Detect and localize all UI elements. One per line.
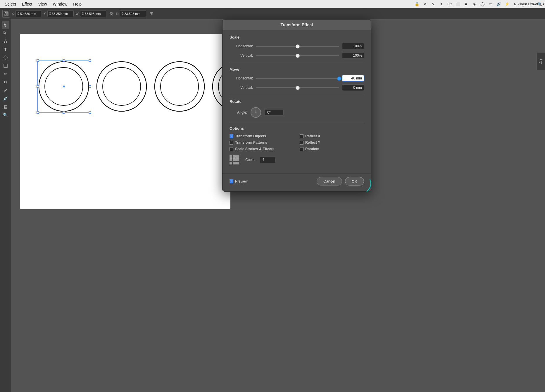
move-vertical-slider[interactable] bbox=[256, 87, 339, 88]
move-horizontal-value[interactable] bbox=[342, 75, 364, 81]
y-input-wrap bbox=[47, 11, 74, 17]
scale-tool[interactable]: ⤢ bbox=[2, 86, 9, 94]
link-dimensions-icon[interactable]: ⛓ bbox=[108, 11, 114, 17]
checkbox-random[interactable] bbox=[300, 147, 303, 151]
menu-item-help[interactable]: Help bbox=[71, 1, 84, 7]
grid-cell-5 bbox=[233, 158, 235, 161]
h-input[interactable] bbox=[124, 12, 145, 15]
copies-value[interactable] bbox=[260, 157, 276, 163]
menu-item-view[interactable]: View bbox=[36, 1, 49, 7]
angle-value[interactable] bbox=[265, 109, 284, 116]
transform-constrain-icon[interactable]: ⊞ bbox=[148, 11, 154, 17]
w-spinner[interactable] bbox=[82, 12, 84, 15]
checkbox-transform-patterns[interactable] bbox=[230, 141, 233, 145]
checkbox-reflect-x[interactable] bbox=[300, 134, 303, 138]
volume-icon: 🔊 bbox=[496, 1, 502, 7]
menu-item-select[interactable]: Select bbox=[2, 1, 18, 7]
gradient-tool[interactable]: ▦ bbox=[2, 103, 9, 110]
circle-group-3[interactable] bbox=[153, 60, 206, 113]
selection-tool-icon[interactable] bbox=[2, 10, 10, 18]
copies-label: Copies bbox=[245, 158, 256, 162]
y-input[interactable] bbox=[52, 12, 72, 15]
menu-item-effect[interactable]: Effect bbox=[20, 1, 35, 7]
move-horizontal-label: Horizontal: bbox=[230, 76, 253, 80]
rotate-row: Angle: bbox=[230, 107, 364, 118]
w-label: W: bbox=[75, 12, 79, 15]
layers-panel-tab[interactable]: Lay bbox=[537, 53, 545, 70]
options-section-title: Options bbox=[230, 126, 364, 131]
bluetooth-icon: ⚡ bbox=[504, 1, 510, 7]
option-reflect-x: Reflect X bbox=[300, 134, 364, 138]
y-down-arrow[interactable] bbox=[49, 14, 51, 15]
select-tool[interactable] bbox=[2, 21, 9, 29]
options-grid: Transform Objects Reflect X Transform Pa… bbox=[230, 134, 364, 151]
cancel-button[interactable]: Cancel bbox=[317, 177, 342, 185]
move-vertical-thumb[interactable] bbox=[296, 86, 300, 90]
menu-item-window[interactable]: Window bbox=[51, 1, 70, 7]
screen-icon: ⬜ bbox=[455, 1, 461, 7]
copies-grid-icon[interactable] bbox=[230, 155, 239, 164]
x-up-arrow[interactable] bbox=[17, 12, 19, 13]
w-input[interactable] bbox=[84, 12, 105, 15]
h-spinner[interactable] bbox=[121, 12, 124, 15]
spotlight-icon[interactable]: 🔍 bbox=[537, 1, 543, 7]
move-horizontal-thumb[interactable] bbox=[337, 77, 341, 81]
scale-divider bbox=[230, 63, 364, 63]
rotate-dial[interactable] bbox=[251, 107, 261, 118]
scale-section-title: Scale bbox=[230, 35, 364, 39]
rectangle-tool[interactable] bbox=[2, 62, 9, 70]
direct-select-tool[interactable] bbox=[2, 29, 9, 37]
scale-horizontal-thumb[interactable] bbox=[296, 44, 300, 48]
w-up-arrow[interactable] bbox=[82, 12, 84, 13]
dialog-body: Scale Horizontal: Vertical: Move Horizon… bbox=[223, 30, 371, 169]
checkbox-reflect-y[interactable] bbox=[300, 141, 303, 145]
h-input-wrap bbox=[120, 11, 146, 17]
type-tool[interactable]: T bbox=[2, 46, 9, 53]
scale-horizontal-slider[interactable] bbox=[256, 46, 339, 47]
svg-point-11 bbox=[155, 62, 204, 111]
h-up-arrow[interactable] bbox=[121, 12, 124, 13]
eyedropper-tool[interactable]: 💉 bbox=[2, 95, 9, 102]
ok-button[interactable]: OK bbox=[345, 177, 364, 185]
w-input-wrap bbox=[80, 11, 106, 17]
grid-cell-4 bbox=[230, 158, 232, 161]
scale-vertical-thumb[interactable] bbox=[296, 54, 300, 58]
checkbox-scale-strokes[interactable] bbox=[230, 147, 233, 151]
menubar: Select Effect View Window Help 🔒 ✕ V 1 C… bbox=[0, 0, 545, 8]
w-down-arrow[interactable] bbox=[82, 14, 84, 15]
grid-cell-6 bbox=[236, 158, 239, 161]
y-spinner[interactable] bbox=[49, 12, 51, 15]
circle-group-2[interactable] bbox=[95, 60, 148, 113]
ellipse-tool[interactable] bbox=[2, 54, 9, 61]
one-password-icon: 1 bbox=[439, 1, 444, 7]
y-up-arrow[interactable] bbox=[49, 12, 51, 13]
svg-point-8 bbox=[45, 67, 83, 105]
scale-vertical-row: Vertical: bbox=[230, 52, 364, 59]
option-transform-objects: Transform Objects bbox=[230, 134, 294, 138]
checkbox-preview[interactable] bbox=[230, 179, 233, 183]
dropbox-icon: ◈ bbox=[471, 1, 477, 7]
x-spinner[interactable] bbox=[17, 12, 19, 15]
v-icon: V bbox=[430, 1, 436, 7]
scale-vertical-value[interactable] bbox=[342, 52, 364, 59]
circle-group-1[interactable] bbox=[37, 60, 90, 113]
pen-tool[interactable] bbox=[2, 37, 9, 45]
move-horizontal-slider[interactable] bbox=[256, 78, 339, 79]
chess-icon: ♟ bbox=[463, 1, 469, 7]
zoom-tool[interactable]: 🔍 bbox=[2, 111, 9, 119]
vpn-icon: 🔒 bbox=[414, 1, 420, 7]
audio-icon: ◯ bbox=[480, 1, 485, 7]
x-down-arrow[interactable] bbox=[17, 14, 19, 15]
profile-icon[interactable]: Angie Drawing ▼ bbox=[529, 1, 534, 7]
x-input[interactable] bbox=[20, 12, 40, 15]
grid-cell-2 bbox=[233, 155, 235, 158]
h-down-arrow[interactable] bbox=[121, 14, 124, 15]
paintbrush-tool[interactable]: ✏ bbox=[2, 70, 9, 78]
checkbox-transform-objects[interactable] bbox=[230, 134, 233, 138]
h-coord-group: H: bbox=[116, 11, 146, 17]
label-transform-patterns: Transform Patterns bbox=[235, 141, 267, 145]
rotate-tool[interactable]: ↺ bbox=[2, 78, 9, 86]
scale-horizontal-value[interactable] bbox=[342, 43, 364, 49]
move-vertical-value[interactable] bbox=[342, 84, 364, 91]
scale-vertical-slider[interactable] bbox=[256, 55, 339, 56]
